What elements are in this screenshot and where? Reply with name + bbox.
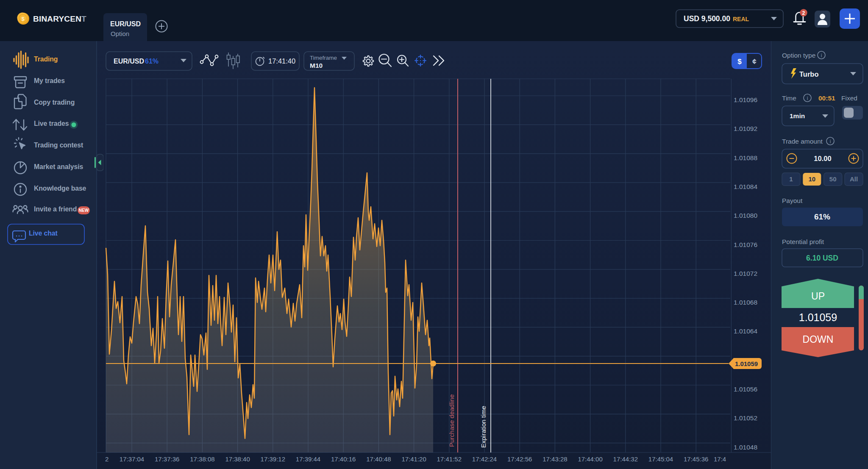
svg-text:Turbo: Turbo <box>799 70 819 78</box>
svg-text:1min: 1min <box>790 112 805 119</box>
svg-text:DOWN: DOWN <box>803 334 834 345</box>
svg-text:All: All <box>850 175 858 183</box>
svg-text:1.01056: 1.01056 <box>734 386 757 393</box>
svg-text:17:40:16: 17:40:16 <box>331 455 356 463</box>
svg-text:1.01084: 1.01084 <box>734 183 757 190</box>
svg-text:1.01048: 1.01048 <box>734 444 757 451</box>
svg-text:17:41:20: 17:41:20 <box>401 455 426 463</box>
svg-text:1.01068: 1.01068 <box>734 299 757 306</box>
svg-text:1.01076: 1.01076 <box>734 241 757 248</box>
svg-text:1.01080: 1.01080 <box>734 212 757 219</box>
svg-text:17:38:40: 17:38:40 <box>225 455 250 463</box>
svg-text:17:38:08: 17:38:08 <box>190 455 214 463</box>
svg-text:50: 50 <box>829 175 837 183</box>
svg-text:17:39:12: 17:39:12 <box>261 455 285 463</box>
svg-text:Purchase deadline: Purchase deadline <box>448 394 455 447</box>
svg-text:17:45:36: 17:45:36 <box>684 455 708 463</box>
svg-text:17:37:04: 17:37:04 <box>120 455 144 463</box>
svg-text:1.01059: 1.01059 <box>735 360 758 367</box>
svg-text:2: 2 <box>105 455 108 463</box>
svg-text:10.00: 10.00 <box>814 155 831 162</box>
svg-text:i: i <box>807 95 808 101</box>
svg-text:17:39:44: 17:39:44 <box>296 455 320 463</box>
svg-text:i: i <box>830 139 831 144</box>
svg-text:1: 1 <box>789 175 793 183</box>
svg-text:17:44:00: 17:44:00 <box>578 455 602 463</box>
svg-text:1.01059: 1.01059 <box>799 311 837 323</box>
svg-text:6.10 USD: 6.10 USD <box>806 254 838 262</box>
svg-text:1.01072: 1.01072 <box>734 270 757 277</box>
svg-text:1.01064: 1.01064 <box>734 327 757 335</box>
svg-text:17:37:36: 17:37:36 <box>155 455 179 463</box>
svg-text:17:42:24: 17:42:24 <box>472 455 497 463</box>
svg-text:61%: 61% <box>814 212 830 221</box>
svg-text:17:43:28: 17:43:28 <box>542 455 567 463</box>
svg-text:1.01052: 1.01052 <box>734 414 757 422</box>
svg-text:UP: UP <box>811 291 825 302</box>
svg-text:17:45:04: 17:45:04 <box>648 455 673 463</box>
svg-text:i: i <box>821 53 822 58</box>
svg-text:1.01096: 1.01096 <box>734 96 757 103</box>
svg-text:NEW: NEW <box>79 208 89 213</box>
svg-text:17:4: 17:4 <box>714 455 726 463</box>
svg-text:00:51: 00:51 <box>818 94 835 102</box>
svg-text:1.01092: 1.01092 <box>734 125 757 132</box>
svg-text:Expiration time: Expiration time <box>480 406 487 448</box>
svg-text:17:41:52: 17:41:52 <box>437 455 462 463</box>
svg-text:17:44:32: 17:44:32 <box>613 455 638 463</box>
svg-text:10: 10 <box>808 175 815 183</box>
svg-text:1.01088: 1.01088 <box>734 154 757 161</box>
svg-text:17:42:56: 17:42:56 <box>507 455 532 463</box>
svg-text:17:40:48: 17:40:48 <box>366 455 391 463</box>
